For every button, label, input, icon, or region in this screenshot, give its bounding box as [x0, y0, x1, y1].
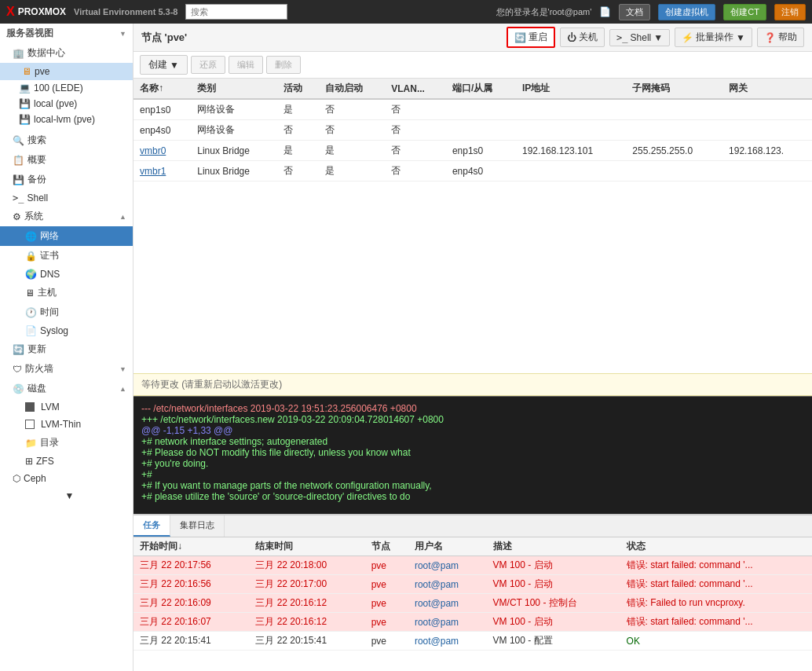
cell-name[interactable]: vmbr1	[134, 161, 191, 182]
sidebar-item-vm100[interactable]: 💻 100 (LEDE)	[0, 80, 133, 96]
update-label: 更新	[27, 343, 46, 356]
datacenter-icon: 🏢	[13, 48, 24, 59]
revert-button[interactable]: 还原	[191, 56, 225, 74]
syslog-label: Syslog	[40, 325, 68, 336]
sidebar-item-dns[interactable]: 🌍 DNS	[0, 266, 133, 283]
firewall-icon: 🛡	[13, 364, 22, 375]
cell-name[interactable]: vmbr0	[134, 141, 191, 161]
create-ct-button[interactable]: 创建CT	[723, 4, 766, 20]
sidebar-item-firewall[interactable]: 🛡 防火墙 ▼	[0, 359, 133, 379]
sidebar-item-directory[interactable]: 📁 目录	[0, 433, 133, 453]
task-row[interactable]: 三月 22 20:15:41 三月 22 20:15:41 pve root@p…	[134, 632, 812, 651]
pending-text: 等待更改 (请重新启动以激活更改)	[141, 379, 282, 390]
shell-button[interactable]: >_ Shell ▼	[609, 29, 670, 46]
dns-label: DNS	[40, 269, 60, 280]
cell-active: 否	[277, 161, 319, 182]
col-vlan[interactable]: VLAN...	[385, 79, 446, 99]
create-vm-button[interactable]: 创建虚拟机	[658, 4, 715, 20]
shell-icon: >_	[13, 192, 24, 204]
sidebar-item-backup[interactable]: 💾 备份	[0, 170, 133, 189]
sidebar-item-pve[interactable]: 🖥 pve	[0, 63, 133, 80]
node-title: 节点 'pve'	[141, 31, 187, 45]
cell-status: 错误: Failed to run vncproxy.	[620, 594, 812, 613]
col-mask[interactable]: 子网掩码	[626, 79, 722, 99]
reboot-button[interactable]: 🔄 重启	[507, 27, 555, 48]
tab-tasks[interactable]: 任务	[134, 515, 170, 537]
col-gw[interactable]: 网关	[722, 79, 812, 99]
edit-button[interactable]: 编辑	[229, 56, 263, 74]
sidebar-item-certificates[interactable]: 🔒 证书	[0, 246, 133, 266]
cell-end: 三月 22 20:18:00	[249, 556, 364, 575]
sidebar-item-lvm[interactable]: LVM	[0, 398, 133, 416]
diff-area[interactable]: --- /etc/network/interfaces 2019-03-22 1…	[134, 396, 812, 514]
sidebar-item-shell[interactable]: >_ Shell	[0, 189, 133, 207]
col-end-time[interactable]: 结束时间	[249, 537, 364, 556]
help-button[interactable]: ❓ 帮助	[757, 28, 804, 47]
sidebar-item-hosts[interactable]: 🖥 主机	[0, 283, 133, 302]
search-input[interactable]	[185, 4, 287, 20]
cell-vlan: 否	[385, 120, 446, 141]
lvm-label: LVM	[41, 402, 60, 412]
sidebar-item-lvm-thin[interactable]: LVM-Thin	[0, 416, 133, 433]
sidebar-item-search[interactable]: 🔍 搜索	[0, 130, 133, 150]
sidebar-item-local-lvm[interactable]: 💾 local-lvm (pve)	[0, 112, 133, 127]
sidebar-item-ceph[interactable]: ⬡ Ceph	[0, 470, 133, 487]
sidebar-item-summary[interactable]: 📋 概要	[0, 150, 133, 170]
sidebar-item-syslog[interactable]: 📄 Syslog	[0, 322, 133, 339]
logo-text: PROXMOX	[18, 6, 66, 17]
diff-line: +# Please do NOT modify this file direct…	[141, 447, 804, 458]
sidebar-more-btn[interactable]: ▼	[0, 487, 133, 504]
docs-button[interactable]: 文档	[619, 4, 650, 20]
col-status[interactable]: 状态	[620, 537, 812, 556]
sidebar-item-datacenter[interactable]: 🏢 数据中心	[0, 43, 133, 63]
sidebar-item-zfs[interactable]: ⊞ ZFS	[0, 453, 133, 470]
bulk-ops-button[interactable]: ⚡ 批量操作 ▼	[675, 28, 752, 47]
col-desc[interactable]: 描述	[487, 537, 620, 556]
tab-cluster-log[interactable]: 集群日志	[170, 515, 225, 537]
sidebar-item-time[interactable]: 🕐 时间	[0, 302, 133, 322]
task-row[interactable]: 三月 22 20:16:09 三月 22 20:16:12 pve root@p…	[134, 594, 812, 613]
shutdown-button[interactable]: ⏻ 关机	[560, 28, 605, 47]
fw-chevron: ▼	[119, 365, 126, 373]
server-view-label[interactable]: 服务器视图 ▼	[0, 24, 133, 43]
create-dropdown-icon: ▼	[170, 60, 179, 71]
table-row: enp4s0 网络设备 否 否 否	[134, 120, 812, 141]
sidebar-item-local[interactable]: 💾 local (pve)	[0, 96, 133, 112]
col-ip[interactable]: IP地址	[516, 79, 626, 99]
cell-ip	[516, 120, 626, 141]
col-autostart[interactable]: 自动启动	[319, 79, 386, 99]
bottom-table-container[interactable]: 开始时间↓ 结束时间 节点 用户名 描述 状态 三月 22 20:17:56 三…	[134, 537, 812, 671]
logo: X PROXMOX Virtual Environment 5.3-8	[6, 5, 177, 19]
delete-button[interactable]: 删除	[266, 56, 301, 74]
cell-ip: 192.168.123.101	[516, 141, 626, 161]
col-name[interactable]: 名称↑	[134, 79, 191, 99]
task-row[interactable]: 三月 22 20:16:56 三月 22 20:17:00 pve root@p…	[134, 575, 812, 594]
task-row[interactable]: 三月 22 20:17:56 三月 22 20:18:00 pve root@p…	[134, 556, 812, 575]
system-chevron: ▲	[119, 213, 126, 221]
logout-button[interactable]: 注销	[774, 4, 806, 20]
sidebar-item-system[interactable]: ⚙ 系统 ▲	[0, 207, 133, 226]
create-button[interactable]: 创建 ▼	[140, 55, 188, 75]
col-active[interactable]: 活动	[277, 79, 319, 99]
sidebar-item-updates[interactable]: 🔄 更新	[0, 339, 133, 359]
cell-user: root@pam	[408, 632, 487, 651]
network-table-container[interactable]: 名称↑ 类别 活动 自动启动 VLAN... 端口/从属 IP地址 子网掩码 网…	[134, 79, 812, 373]
disk-icon: 💿	[13, 383, 24, 394]
col-node[interactable]: 节点	[365, 537, 408, 556]
storage-lvm-icon: 💾	[19, 114, 31, 125]
cell-desc: VM 100 - 启动	[487, 556, 620, 575]
cell-start: 三月 22 20:16:56	[134, 575, 249, 594]
header: X PROXMOX Virtual Environment 5.3-8 您的登录…	[0, 0, 812, 24]
main-layout: 服务器视图 ▼ 🏢 数据中心 🖥 pve 💻 100 (LEDE) 💾 loca…	[0, 24, 812, 671]
cell-port: enp1s0	[446, 141, 516, 161]
cell-ip	[516, 161, 626, 182]
reboot-icon: 🔄	[514, 32, 526, 43]
sidebar-item-disk[interactable]: 💿 磁盘 ▲	[0, 379, 133, 398]
col-start-time[interactable]: 开始时间↓	[134, 537, 249, 556]
col-type[interactable]: 类别	[191, 79, 276, 99]
col-user[interactable]: 用户名	[408, 537, 487, 556]
sidebar-item-network[interactable]: 🌐 网络	[0, 226, 133, 246]
time-icon: 🕐	[25, 307, 37, 318]
task-row[interactable]: 三月 22 20:16:07 三月 22 20:16:12 pve root@p…	[134, 613, 812, 632]
col-port[interactable]: 端口/从属	[446, 79, 516, 99]
